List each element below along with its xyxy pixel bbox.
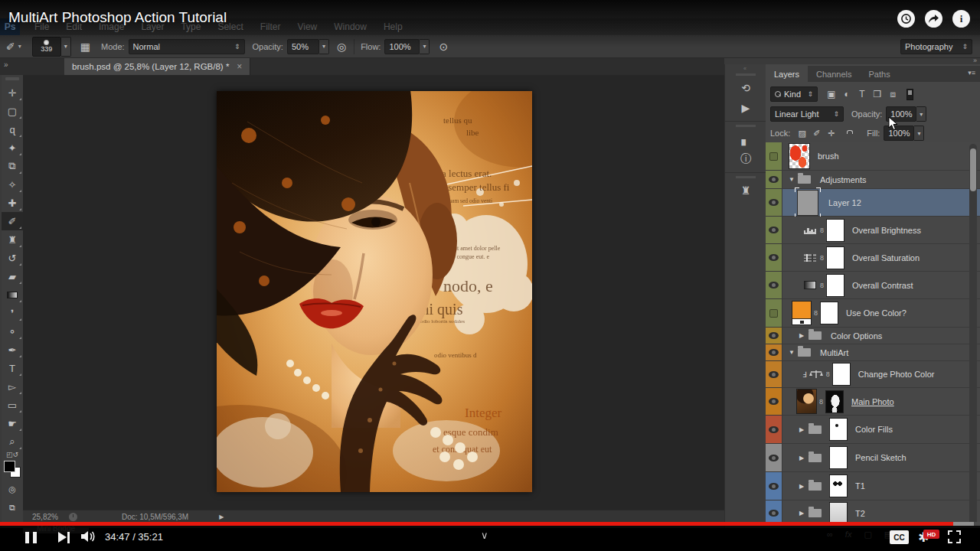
airbrush-icon[interactable]: ⊙ <box>439 41 448 53</box>
eye-icon[interactable] <box>769 227 779 233</box>
filter-shape-layers-icon[interactable]: ❒ <box>870 89 885 99</box>
eye-icon[interactable] <box>769 483 779 490</box>
clone-source-panel-icon[interactable]: ♜ <box>725 181 766 201</box>
layer-name[interactable]: MultiArt <box>820 348 848 357</box>
eye-icon[interactable] <box>769 349 779 356</box>
next-button[interactable] <box>58 532 74 543</box>
dodge-tool[interactable]: ⚬ <box>2 322 23 341</box>
clone-stamp-tool[interactable]: ♜ <box>2 230 23 249</box>
foreground-background-colors[interactable] <box>3 460 21 478</box>
visibility-cell[interactable] <box>766 299 782 327</box>
layer-name[interactable]: Change Photo Color <box>858 370 935 379</box>
captions-button[interactable]: CC <box>890 530 909 544</box>
layer-row-main-photo[interactable]: 8 Main Photo <box>766 388 980 416</box>
menu-view[interactable]: View <box>289 18 325 35</box>
caret-right-icon[interactable]: ▶ <box>799 332 807 339</box>
shape-tool[interactable]: ▭ <box>2 396 23 414</box>
filter-pixel-layers-icon[interactable]: ▣ <box>824 89 839 99</box>
gradient-tool[interactable] <box>2 285 23 304</box>
canvas-artwork[interactable]: tellus qu libe a lectus erat. on semper … <box>217 91 532 492</box>
scrollbar-thumb[interactable] <box>970 148 976 191</box>
watch-later-button[interactable] <box>897 10 915 28</box>
visibility-cell[interactable] <box>766 142 782 170</box>
color-fill-thumbnail[interactable] <box>792 301 812 325</box>
doc-size-info[interactable]: Doc: 10,5M/596,3M <box>122 513 188 521</box>
eraser-tool[interactable]: ▰ <box>2 267 23 285</box>
visibility-cell[interactable] <box>766 361 782 387</box>
layer-mask-thumbnail[interactable] <box>820 302 838 324</box>
dock-collapse-icon[interactable]: « <box>725 64 766 71</box>
layer-row-color-options-group[interactable]: ▶ Color Options <box>766 328 980 344</box>
path-selection-tool[interactable]: ▻ <box>2 377 23 396</box>
zoom-level[interactable]: 25,82% <box>32 513 58 521</box>
layer-mask-thumbnail[interactable] <box>826 274 844 297</box>
actions-panel-icon[interactable]: ▶ <box>725 98 766 118</box>
layer-row-overall-brightness[interactable]: 8 Overall Brightness <box>766 217 980 244</box>
flow-input[interactable]: 100% <box>384 39 420 54</box>
layer-mask-thumbnail[interactable] <box>832 363 851 386</box>
visibility-cell[interactable] <box>766 444 782 471</box>
menu-window[interactable]: Window <box>325 18 375 35</box>
opacity-dropdown-arrow[interactable]: ▾ <box>319 39 329 54</box>
eye-icon[interactable] <box>769 254 779 261</box>
layer-mask-thumbnail[interactable] <box>826 219 844 242</box>
info-panel-icon[interactable]: ⓘ <box>725 149 766 169</box>
opacity-input[interactable]: 50% <box>287 39 319 54</box>
mask-link-icon[interactable]: 8 <box>826 370 830 378</box>
layer-name[interactable]: Overall Brightness <box>852 226 921 235</box>
document-tab[interactable]: brush.psd @ 25,8% (Layer 12, RGB/8) * × <box>64 58 250 75</box>
layer-row-multiart-group[interactable]: ▼ MultiArt <box>766 344 980 361</box>
caret-right-icon[interactable]: ▶ <box>799 510 807 517</box>
layer-name[interactable]: Main Photo <box>851 397 894 406</box>
tab-channels[interactable]: Channels <box>808 66 860 82</box>
brush-dropdown-arrow-icon[interactable]: ▾ <box>18 43 21 50</box>
volume-button[interactable] <box>81 530 96 543</box>
visibility-cell[interactable] <box>766 244 782 271</box>
layer-thumbnail[interactable] <box>797 190 818 216</box>
layer-fill-arrow[interactable]: ▾ <box>914 126 924 141</box>
group-mask-thumbnail[interactable] <box>829 502 848 525</box>
visibility-cell[interactable] <box>766 416 782 443</box>
lasso-tool[interactable]: ɋ <box>2 120 23 139</box>
group-mask-thumbnail[interactable] <box>829 474 848 497</box>
eye-icon[interactable] <box>769 282 779 289</box>
caret-right-icon[interactable]: ▶ <box>799 455 807 461</box>
lock-transparency-icon[interactable]: ▨ <box>795 129 809 139</box>
menu-filter[interactable]: Filter <box>252 18 289 35</box>
swap-colors-icon[interactable]: ◰↺ <box>2 451 23 458</box>
layer-row-color-fills-group[interactable]: ▶ Color Fills <box>766 416 980 444</box>
eye-icon[interactable] <box>769 176 779 183</box>
marquee-tool[interactable]: ▢ <box>2 102 23 120</box>
lock-pixels-icon[interactable]: ✐ <box>809 129 824 139</box>
visibility-cell[interactable] <box>766 189 782 216</box>
visibility-off-box[interactable] <box>769 152 778 161</box>
layer-row-change-photo-color[interactable]: Ⅎ 8 Change Photo Color <box>766 361 980 388</box>
layer-name[interactable]: brush <box>818 152 839 161</box>
chevron-down-icon[interactable]: ∨ <box>481 530 488 541</box>
screen-mode-tool[interactable]: ⧉ <box>2 498 23 517</box>
visibility-cell[interactable] <box>766 388 782 415</box>
layer-name[interactable]: Adjustments <box>820 175 867 184</box>
history-brush-tool[interactable]: ↺ <box>2 249 23 267</box>
crop-tool[interactable]: ⧉ <box>2 157 23 175</box>
filter-kind-select[interactable]: Kind ⇕ <box>770 86 818 102</box>
mask-link-icon[interactable]: 8 <box>819 398 823 406</box>
layer-row-overall-contrast[interactable]: 8 Overall Contrast <box>766 272 980 299</box>
visibility-cell[interactable] <box>766 344 782 360</box>
caret-right-icon[interactable]: ▶ <box>799 483 807 490</box>
quick-mask-tool[interactable]: ◎ <box>2 480 23 498</box>
properties-panel-icon[interactable]: ▖ <box>725 129 766 149</box>
close-icon[interactable]: × <box>237 61 242 72</box>
blend-mode-select[interactable]: Normal ⇕ <box>129 39 245 54</box>
dock-grip[interactable] <box>736 73 756 76</box>
eyedropper-tool[interactable]: ✧ <box>2 175 23 194</box>
dock-grip[interactable] <box>736 125 756 127</box>
visibility-cell[interactable] <box>766 272 782 298</box>
layers-scrollbar[interactable] <box>969 144 977 527</box>
layer-row-use-one-color[interactable]: 8 Use One Color? <box>766 299 980 328</box>
filter-type-layers-icon[interactable]: T <box>854 89 870 99</box>
share-button[interactable] <box>925 10 942 28</box>
dock-collapse-right-icon[interactable]: » <box>973 57 977 64</box>
dock-grip[interactable] <box>736 176 756 178</box>
visibility-off-box[interactable] <box>769 309 778 318</box>
